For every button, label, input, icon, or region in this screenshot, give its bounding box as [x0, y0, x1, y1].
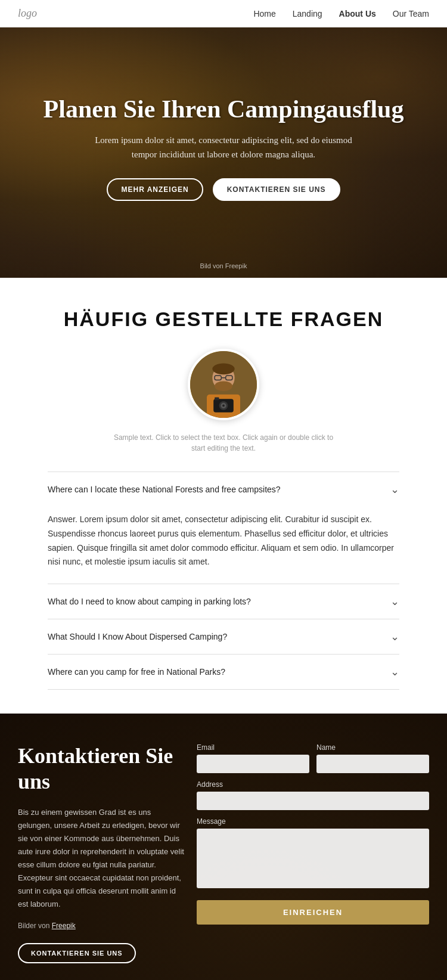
hero-content: Planen Sie Ihren Campingausflug Lorem ip…	[8, 95, 440, 210]
form-group-email: Email	[197, 743, 309, 773]
faq-question-0[interactable]: Where can I locate these National Forest…	[48, 472, 399, 507]
nav-item-team[interactable]: Our Team	[393, 8, 429, 19]
faq-question-text-0: Where can I locate these National Forest…	[48, 485, 281, 494]
avatar-image	[190, 349, 257, 420]
contact-title: Kontaktieren Sie uns	[18, 743, 185, 795]
kontaktieren-contact-button[interactable]: KONTAKTIEREN SIE UNS	[18, 943, 136, 963]
faq-list: Where can I locate these National Forest…	[48, 472, 399, 690]
contact-description: Bis zu einem gewissen Grad ist es uns ge…	[18, 806, 185, 911]
faq-question-2[interactable]: What Should I Know About Dispersed Campi…	[48, 619, 399, 654]
name-label: Name	[316, 743, 429, 752]
faq-question-3[interactable]: Where can you camp for free in National …	[48, 655, 399, 689]
name-input[interactable]	[316, 755, 429, 773]
hero-title: Planen Sie Ihren Campingausflug	[44, 95, 404, 123]
faq-item: Where can you camp for free in National …	[48, 655, 399, 690]
nav-link-team[interactable]: Our Team	[393, 9, 429, 18]
nav-link-home[interactable]: Home	[253, 9, 275, 18]
nav-links: Home Landing About Us Our Team	[253, 8, 429, 19]
nav-logo[interactable]: logo	[18, 7, 37, 20]
hero-buttons: MEHR ANZEIGEN KONTAKTIEREN SIE UNS	[44, 178, 404, 201]
faq-question-text-1: What do I need to know about camping in …	[48, 597, 251, 606]
faq-sample-text: Sample text. Click to select the text bo…	[48, 432, 399, 454]
form-group-address: Address	[197, 780, 429, 810]
form-group-name: Name	[316, 743, 429, 773]
message-label: Message	[197, 817, 429, 826]
hero-section: Planen Sie Ihren Campingausflug Lorem ip…	[0, 27, 447, 278]
faq-question-1[interactable]: What do I need to know about camping in …	[48, 584, 399, 619]
nav-link-about[interactable]: About Us	[339, 9, 376, 18]
navbar: logo Home Landing About Us Our Team	[0, 0, 447, 27]
contact-section: Kontaktieren Sie uns Bis zu einem gewiss…	[0, 714, 447, 980]
form-row-message: Message	[197, 817, 429, 888]
faq-section: HÄUFIG GESTELLTE FRAGEN	[0, 278, 447, 714]
faq-item: What Should I Know About Dispersed Campi…	[48, 619, 399, 655]
kontaktieren-hero-button[interactable]: KONTAKTIEREN SIE UNS	[213, 178, 340, 201]
contact-form-panel: Email Name Address Message EINREICHEN	[197, 743, 429, 925]
form-row-email-name: Email Name	[197, 743, 429, 773]
faq-question-text-2: What Should I Know About Dispersed Campi…	[48, 632, 227, 641]
svg-rect-12	[215, 397, 219, 400]
nav-link-landing[interactable]: Landing	[293, 9, 322, 18]
nav-item-landing[interactable]: Landing	[293, 8, 322, 19]
message-textarea[interactable]	[197, 829, 429, 888]
form-row-address: Address	[197, 780, 429, 810]
chevron-down-icon: ⌄	[390, 483, 399, 496]
email-input[interactable]	[197, 755, 309, 773]
faq-item: What do I need to know about camping in …	[48, 584, 399, 619]
contact-left-panel: Kontaktieren Sie uns Bis zu einem gewiss…	[18, 743, 197, 963]
chevron-down-icon: ⌄	[390, 665, 399, 678]
contact-photo-credit-link[interactable]: Freepik	[52, 922, 76, 930]
hero-credit: Bild von Freepik	[200, 262, 247, 269]
faq-question-text-3: Where can you camp for free in National …	[48, 667, 225, 677]
chevron-down-icon: ⌄	[390, 595, 399, 608]
form-group-message: Message	[197, 817, 429, 888]
hero-subtitle: Lorem ipsum dolor sit amet, consectetur …	[92, 133, 355, 162]
faq-avatar	[188, 349, 259, 420]
nav-item-about[interactable]: About Us	[339, 8, 376, 19]
svg-point-3	[215, 381, 232, 391]
faq-item: Where can I locate these National Forest…	[48, 472, 399, 584]
contact-photo-credit: Bilder von Freepik	[18, 922, 185, 930]
faq-avatar-wrapper	[48, 349, 399, 420]
faq-title: HÄUFIG GESTELLTE FRAGEN	[48, 308, 399, 331]
svg-point-11	[222, 405, 225, 407]
faq-answer-0: Answer. Lorem ipsum dolor sit amet, cons…	[48, 507, 399, 584]
address-label: Address	[197, 780, 429, 789]
mehr-anzeigen-button[interactable]: MEHR ANZEIGEN	[107, 178, 203, 201]
address-input[interactable]	[197, 792, 429, 810]
svg-point-2	[212, 364, 234, 375]
chevron-down-icon: ⌄	[390, 630, 399, 643]
email-label: Email	[197, 743, 309, 752]
nav-item-home[interactable]: Home	[253, 8, 275, 19]
submit-button[interactable]: EINREICHEN	[197, 900, 429, 925]
